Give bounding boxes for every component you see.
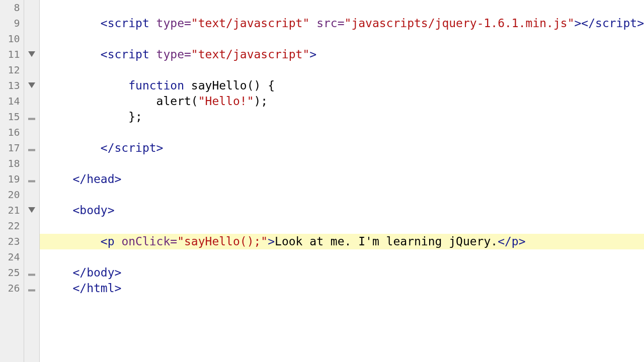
fold-open-icon[interactable] — [24, 47, 39, 62]
fold-none-icon — [24, 94, 39, 109]
tag: <p — [101, 235, 122, 248]
parens: () — [247, 79, 261, 92]
line-number: 21 — [0, 203, 24, 218]
line-number: 19 — [0, 171, 24, 187]
code-line[interactable]: </head> — [40, 171, 644, 187]
line-number: 23 — [0, 234, 24, 249]
attr-name: src — [316, 17, 338, 30]
tag: </head> — [72, 172, 121, 186]
line-number: 9 — [0, 16, 24, 31]
text: Look at me. I'm learning jQuery. — [275, 235, 498, 248]
attr-name: onClick — [121, 235, 170, 248]
fold-end-icon — [24, 140, 39, 156]
fold-none-icon — [24, 234, 39, 249]
indent — [45, 266, 72, 279]
fold-none-icon — [24, 0, 39, 16]
svg-marker-1 — [28, 82, 35, 88]
line-number: 18 — [0, 156, 24, 171]
space — [184, 79, 191, 92]
fold-none-icon — [24, 156, 39, 171]
indent — [45, 79, 128, 92]
equals: = — [184, 48, 191, 61]
fold-none-icon — [24, 16, 39, 31]
code-line[interactable] — [40, 249, 644, 265]
fold-gutter — [24, 0, 40, 362]
code-area[interactable]: <script type="text/javascript" src="java… — [40, 0, 644, 362]
function-name: sayHello — [191, 79, 247, 92]
attr-name: type — [156, 17, 184, 30]
code-line-highlighted[interactable]: <p onClick="sayHello();">Look at me. I'm… — [40, 234, 644, 249]
equals: = — [338, 17, 345, 30]
call: alert — [156, 95, 191, 108]
tag: ipt> — [616, 17, 644, 30]
line-number: 25 — [0, 265, 24, 281]
indent — [45, 17, 101, 30]
attr-value: "sayHello();" — [177, 235, 268, 248]
equals: = — [170, 235, 177, 248]
indent — [45, 235, 101, 248]
code-line[interactable]: <body> — [40, 203, 644, 218]
svg-rect-2 — [28, 118, 35, 120]
code-line[interactable] — [40, 125, 644, 140]
paren: ) — [254, 95, 261, 108]
fold-none-icon — [24, 249, 39, 265]
code-line[interactable]: function sayHello() { — [40, 78, 644, 94]
fold-none-icon — [24, 187, 39, 203]
brace: { — [268, 79, 275, 92]
code-line[interactable]: </html> — [40, 281, 644, 296]
attr-value: "text/javascript" — [191, 17, 309, 30]
fold-open-icon[interactable] — [24, 78, 39, 94]
indent — [45, 95, 156, 108]
attr-value: "text/javascript" — [191, 48, 309, 61]
line-number-gutter: 8 9 10 11 12 13 14 15 16 17 18 19 20 21 … — [0, 0, 24, 362]
tag: > — [268, 235, 275, 248]
tag: > — [575, 17, 582, 30]
code-line[interactable] — [40, 62, 644, 78]
indent — [45, 204, 72, 217]
svg-marker-5 — [28, 207, 35, 213]
code-line[interactable]: }; — [40, 109, 644, 125]
tag: <script — [101, 48, 156, 61]
brace: } — [128, 110, 135, 123]
svg-marker-0 — [28, 51, 35, 57]
fold-end-icon — [24, 281, 39, 296]
fold-end-icon — [24, 171, 39, 187]
code-line[interactable]: </script> — [40, 140, 644, 156]
string: "Hello!" — [198, 95, 254, 108]
attr-name: type — [156, 48, 184, 61]
fold-none-icon — [24, 125, 39, 140]
line-number: 16 — [0, 125, 24, 140]
indent — [45, 48, 101, 61]
space — [309, 17, 316, 30]
svg-rect-3 — [28, 149, 35, 151]
code-line[interactable]: </body> — [40, 265, 644, 281]
line-number: 8 — [0, 0, 24, 16]
code-line[interactable] — [40, 156, 644, 171]
code-editor: 8 9 10 11 12 13 14 15 16 17 18 19 20 21 … — [0, 0, 644, 362]
indent — [45, 141, 101, 154]
line-number: 13 — [0, 78, 24, 94]
fold-end-icon — [24, 265, 39, 281]
line-number: 10 — [0, 31, 24, 47]
code-line[interactable] — [40, 0, 644, 16]
line-number: 22 — [0, 218, 24, 234]
code-line[interactable] — [40, 218, 644, 234]
tag: </p> — [498, 235, 525, 248]
code-line[interactable] — [40, 31, 644, 47]
tag: ipt> — [135, 141, 163, 154]
tag: <body> — [72, 204, 114, 217]
indent — [45, 282, 72, 295]
tag: <script — [101, 17, 156, 30]
svg-rect-4 — [28, 180, 35, 182]
code-line[interactable]: alert("Hello!"); — [40, 94, 644, 109]
fold-open-icon[interactable] — [24, 203, 39, 218]
line-number: 26 — [0, 281, 24, 296]
code-line[interactable]: <script type="text/javascript"> — [40, 47, 644, 62]
line-number: 15 — [0, 109, 24, 125]
line-number: 24 — [0, 249, 24, 265]
space — [261, 79, 268, 92]
tag: </scr — [581, 17, 616, 30]
svg-rect-6 — [28, 274, 35, 276]
code-line[interactable]: <script type="text/javascript" src="java… — [40, 16, 644, 31]
code-line[interactable] — [40, 187, 644, 203]
